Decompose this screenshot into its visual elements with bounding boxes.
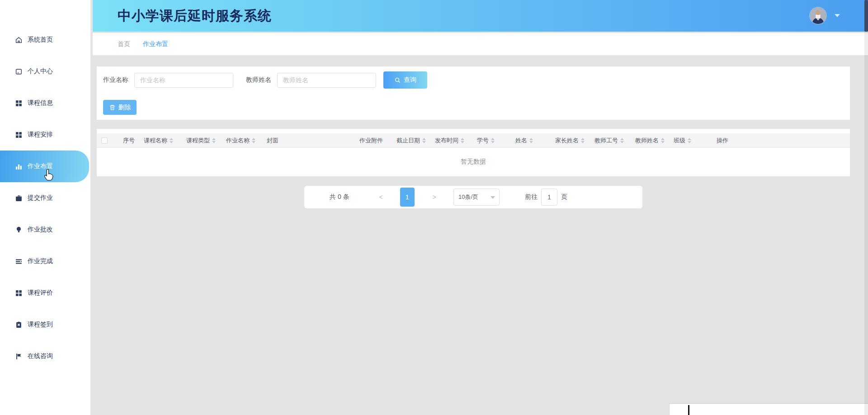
page-title: 中小学课后延时服务系统 — [118, 7, 272, 25]
sidebar-item-label: 个人中心 — [28, 67, 53, 75]
homework-name-input[interactable] — [134, 73, 233, 88]
breadcrumb: 首页 作业布置 — [93, 33, 868, 55]
column-header-13[interactable]: 教师姓名 — [631, 137, 669, 145]
sidebar-item-2[interactable]: 课程信息 — [0, 87, 90, 119]
sidebar-item-label: 作业布置 — [28, 162, 53, 170]
page-size-value: 10条/页 — [458, 193, 478, 201]
sort-carets-icon[interactable] — [491, 138, 495, 143]
column-label: 序号 — [123, 137, 135, 145]
search-button-label: 查询 — [404, 76, 416, 84]
sidebar-item-10[interactable]: 在线咨询 — [0, 340, 90, 372]
sidebar-item-8[interactable]: 课程评价 — [0, 277, 90, 309]
sidebar-item-label: 作业完成 — [28, 257, 53, 265]
column-label: 课程名称 — [144, 137, 167, 145]
lightbulb-icon — [15, 226, 23, 234]
text-caret — [688, 405, 689, 415]
sidebar-item-label: 课程签到 — [28, 321, 53, 329]
table-empty-state: 暂无数据 — [97, 148, 850, 176]
sort-carets-icon[interactable] — [252, 138, 255, 143]
sidebar-item-5[interactable]: 提交作业 — [0, 182, 90, 214]
trash-icon — [109, 104, 116, 111]
column-label: 班级 — [674, 137, 685, 145]
search-row: 作业名称 教师姓名 查询 — [103, 71, 844, 89]
clipboard-x-icon — [15, 321, 23, 329]
sort-carets-icon[interactable] — [212, 138, 216, 143]
homework-name-label: 作业名称 — [103, 76, 128, 84]
sidebar-item-4[interactable]: 作业布置 — [0, 151, 89, 182]
sort-carets-icon[interactable] — [581, 138, 585, 143]
column-header-1: 序号 — [118, 137, 139, 145]
column-header-4[interactable]: 作业名称 — [222, 137, 262, 145]
goto-label: 前往 — [525, 193, 538, 201]
home-icon — [15, 36, 23, 44]
pagination-next-button[interactable]: > — [433, 193, 436, 201]
bottom-overlay-input[interactable] — [669, 403, 868, 415]
column-header-10[interactable]: 姓名 — [511, 137, 551, 145]
sidebar: 系统首页个人中心课程信息课程安排作业布置提交作业作业批改作业完成课程评价课程签到… — [0, 0, 90, 415]
sidebar-item-7[interactable]: 作业完成 — [0, 245, 90, 277]
column-header-2[interactable]: 课程名称 — [139, 137, 182, 145]
goto-unit-label: 页 — [561, 193, 567, 201]
sidebar-item-3[interactable]: 课程安排 — [0, 119, 90, 151]
lines-icon — [15, 258, 23, 265]
teacher-name-input[interactable] — [277, 73, 376, 88]
column-label: 学号 — [477, 137, 489, 145]
pagination-page-1[interactable]: 1 — [400, 188, 415, 207]
sidebar-item-label: 作业批改 — [28, 226, 53, 234]
column-header-7[interactable]: 截止日期 — [392, 137, 430, 145]
goto-page-input[interactable] — [541, 189, 557, 206]
column-header-14[interactable]: 班级 — [669, 137, 712, 145]
pagination-total: 共 0 条 — [330, 193, 349, 201]
search-panel: 作业名称 教师姓名 查询 删除 — [97, 66, 850, 120]
column-header-9[interactable]: 学号 — [472, 137, 511, 145]
grid-icon — [15, 289, 23, 297]
header-user-area — [810, 7, 840, 24]
delete-button[interactable]: 删除 — [103, 100, 137, 115]
pagination-prev-button[interactable]: < — [379, 193, 383, 201]
sidebar-item-label: 提交作业 — [28, 194, 53, 202]
search-icon — [394, 77, 401, 84]
bar-chart-icon — [15, 163, 23, 170]
scrollbar-thumb[interactable] — [864, 0, 868, 32]
sidebar-item-label: 在线咨询 — [28, 352, 53, 360]
column-label: 截止日期 — [396, 137, 420, 145]
column-header-12[interactable]: 教师工号 — [590, 137, 631, 145]
search-button[interactable]: 查询 — [383, 71, 427, 89]
column-header-11[interactable]: 家长姓名 — [551, 137, 590, 145]
page-size-select[interactable]: 10条/页 — [453, 189, 500, 206]
sort-carets-icon[interactable] — [170, 138, 173, 143]
sort-carets-icon[interactable] — [529, 138, 533, 143]
table-header-checkbox-cell — [97, 137, 118, 144]
sidebar-item-6[interactable]: 作业批改 — [0, 214, 90, 245]
sidebar-item-0[interactable]: 系统首页 — [0, 24, 90, 56]
sort-carets-icon[interactable] — [422, 138, 426, 143]
main-area: 中小学课后延时服务系统 首页 作业布置 作业名称 教师姓名 — [90, 0, 868, 415]
sort-carets-icon[interactable] — [620, 138, 624, 143]
column-label: 教师姓名 — [635, 137, 659, 145]
column-header-5: 封面 — [262, 137, 355, 145]
sort-carets-icon[interactable] — [688, 138, 691, 143]
breadcrumb-home[interactable]: 首页 — [118, 40, 130, 48]
sidebar-item-label: 课程安排 — [28, 131, 53, 139]
column-header-3[interactable]: 课程类型 — [182, 137, 222, 145]
grid-icon — [15, 131, 23, 139]
column-label: 姓名 — [515, 137, 527, 145]
user-avatar[interactable] — [810, 7, 826, 24]
sidebar-item-9[interactable]: 课程签到 — [0, 309, 90, 340]
breadcrumb-homework-assignment[interactable]: 作业布置 — [143, 40, 168, 48]
teacher-name-label: 教师姓名 — [246, 76, 271, 84]
pagination-goto: 前往 页 — [525, 189, 567, 206]
sidebar-item-label: 课程信息 — [28, 99, 53, 107]
column-label: 封面 — [267, 137, 278, 145]
sidebar-item-1[interactable]: 个人中心 — [0, 56, 90, 87]
delete-button-label: 删除 — [118, 104, 131, 112]
column-label: 教师工号 — [594, 137, 618, 145]
user-dropdown-caret-icon[interactable] — [835, 14, 840, 17]
column-header-8[interactable]: 发布时间 — [430, 137, 472, 145]
select-all-checkbox[interactable] — [101, 137, 108, 144]
sort-carets-icon[interactable] — [661, 138, 665, 143]
homework-table: 序号课程名称课程类型作业名称封面作业附件截止日期发布时间学号姓名家长姓名教师工号… — [97, 129, 850, 176]
sort-carets-icon[interactable] — [461, 138, 464, 143]
app-header: 中小学课后延时服务系统 — [93, 0, 868, 32]
sidebar-item-label: 课程评价 — [28, 289, 53, 297]
